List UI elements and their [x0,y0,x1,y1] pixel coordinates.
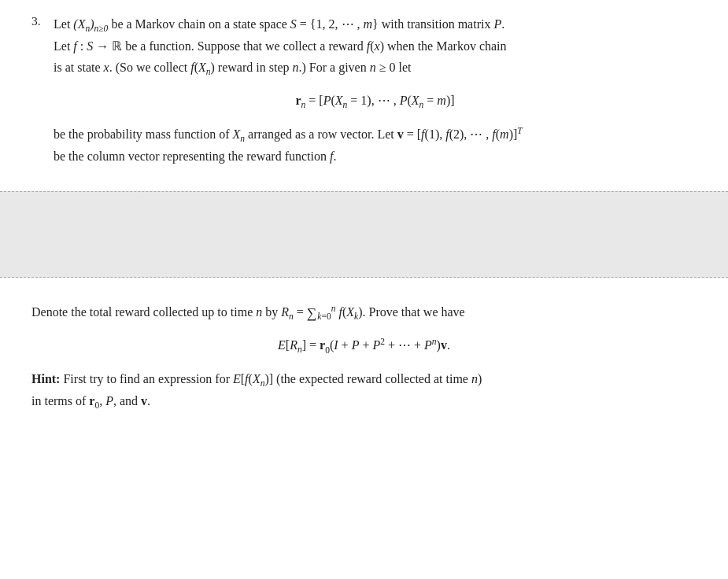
bottom-text-block: Denote the total reward collected up to … [31,301,697,413]
problem-line1: Let (Xn)n≥0 be a Markov chain on a state… [54,17,504,31]
hint-label: Hint: [31,372,60,385]
problem-text-block: Let (Xn)n≥0 be a Markov chain on a state… [54,14,697,168]
divider-gray-section [0,191,728,278]
problem-line4: be the probability mass function of Xn a… [54,127,523,141]
problem-number: 3. [31,14,54,168]
top-section: 3. Let (Xn)n≥0 be a Markov chain on a st… [0,0,728,191]
problem-line2: Let f : S → ℝ be a function. Suppose tha… [54,39,507,53]
bottom-section: Denote the total reward collected up to … [0,278,728,432]
hint-block: Hint: First try to find an expression fo… [31,369,697,413]
problem-line5: be the column vector representing the re… [54,149,336,163]
bottom-line1: Denote the total reward collected up to … [31,305,465,319]
math-display-rn: rn = [P(Xn = 1), ⋯ , P(Xn = m)] [54,90,697,112]
math-display-expected: E[Rn] = r0(I + P + P2 + ⋯ + Pn)v. [31,334,697,358]
problem-line3: is at state x. (So we collect f(Xn) rewa… [54,61,411,74]
problem-content: Let (Xn)n≥0 be a Markov chain on a state… [54,14,697,168]
page: 3. Let (Xn)n≥0 be a Markov chain on a st… [0,0,728,579]
hint-text2: in terms of r0, P, and v. [31,394,150,408]
problem-statement: 3. Let (Xn)n≥0 be a Markov chain on a st… [31,14,697,168]
hint-text: First try to find an expression for E[f(… [63,372,482,385]
